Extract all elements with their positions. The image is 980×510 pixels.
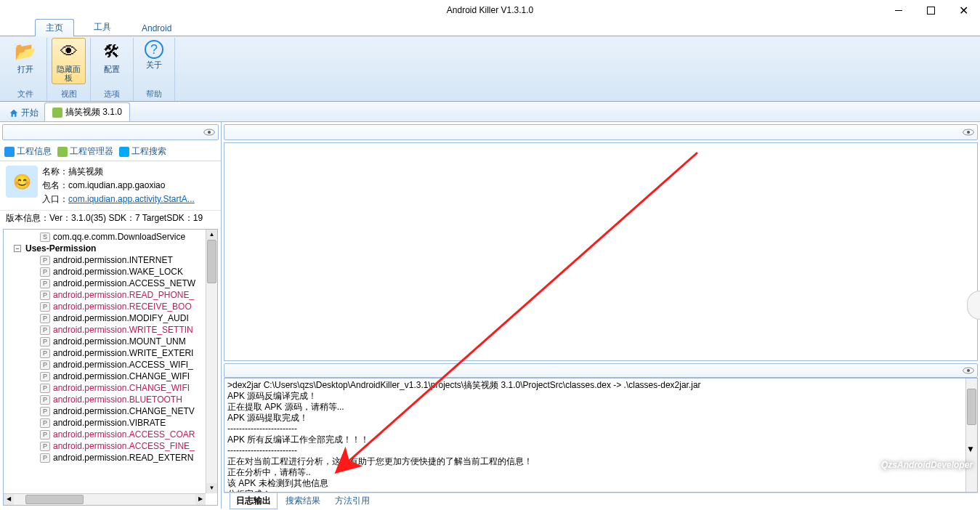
- ribbon-tab-android[interactable]: Android: [131, 20, 182, 36]
- config-button[interactable]: 🛠 配置: [95, 38, 129, 76]
- permission-text: android.permission.CHANGE_WIFI: [53, 383, 190, 393]
- eye-icon: 👁: [57, 40, 81, 63]
- permission-tree: Scom.qq.e.comm.DownloadService −Uses-Per…: [3, 229, 218, 506]
- visibility-icon[interactable]: [203, 129, 215, 136]
- tree-row-permission[interactable]: Pandroid.permission.ACCESS_FINE_: [4, 440, 206, 452]
- permission-text: android.permission.READ_PHONE_: [53, 290, 194, 300]
- svg-point-1: [208, 131, 211, 134]
- scroll-up-arrow-icon[interactable]: ▲: [206, 230, 217, 240]
- open-button[interactable]: 📂 打开: [9, 38, 42, 76]
- scroll-right-arrow-icon[interactable]: ▶: [195, 494, 206, 505]
- collapse-icon[interactable]: −: [14, 245, 21, 252]
- close-button[interactable]: ✕: [947, 0, 980, 20]
- watermark-text: QzsAndroidDeveloper: [881, 460, 973, 470]
- tree-row-permission[interactable]: Pandroid.permission.READ_EXTERN: [4, 452, 206, 464]
- permission-text: android.permission.ACCESS_WIFI_: [53, 360, 193, 370]
- project-tab[interactable]: 搞笑视频 3.1.0: [44, 102, 130, 121]
- tree-row-permission[interactable]: Pandroid.permission.WRITE_EXTERI: [4, 347, 206, 359]
- permission-badge-icon: P: [40, 360, 50, 370]
- ribbon-tab-home[interactable]: 主页: [35, 19, 74, 36]
- permission-badge-icon: P: [40, 418, 50, 428]
- log-tab-strip: 日志输出 搜索结果 方法引用: [224, 493, 978, 509]
- document-tab-strip: 开始 搞笑视频 3.1.0: [0, 102, 980, 122]
- tree-row-permission[interactable]: Pandroid.permission.VIBRATE: [4, 417, 206, 429]
- app-icon: 😊: [6, 166, 38, 198]
- tree-body: Scom.qq.e.comm.DownloadService −Uses-Per…: [4, 230, 206, 493]
- tree-row-permission[interactable]: Pandroid.permission.ACCESS_WIFI_: [4, 359, 206, 371]
- tree-row-permission[interactable]: Pandroid.permission.CHANGE_WIFI: [4, 382, 206, 394]
- left-subtabs: 工程信息 工程管理器 工程搜索: [0, 142, 221, 161]
- scroll-left-arrow-icon[interactable]: ◀: [4, 494, 14, 505]
- tree-row-permission[interactable]: Pandroid.permission.CHANGE_NETV: [4, 405, 206, 417]
- tab-project-info[interactable]: 工程信息: [4, 145, 52, 158]
- permission-badge-icon: P: [40, 267, 50, 277]
- hide-panel-button[interactable]: 👁 隐藏面 板: [52, 38, 86, 84]
- tree-row-service[interactable]: Scom.qq.e.comm.DownloadService: [4, 231, 206, 243]
- ribbon-tab-tools[interactable]: 工具: [83, 18, 122, 36]
- tree-row-permission[interactable]: Pandroid.permission.ACCESS_COAR: [4, 429, 206, 440]
- help-icon: ?: [145, 40, 163, 59]
- android-icon: [52, 108, 62, 118]
- watermark: QzsAndroidDeveloper: [843, 449, 973, 481]
- tree-row-permission[interactable]: Pandroid.permission.ACCESS_NETW: [4, 278, 206, 289]
- maximize-button[interactable]: [915, 0, 947, 20]
- tree-group-uses-permission[interactable]: −Uses-Permission: [4, 243, 206, 254]
- tree-row-permission[interactable]: Pandroid.permission.MODIFY_AUDI: [4, 312, 206, 324]
- permission-text: android.permission.MOUNT_UNM: [53, 336, 186, 347]
- tree-row-permission[interactable]: Pandroid.permission.WAKE_LOCK: [4, 266, 206, 278]
- permission-badge-icon: P: [40, 291, 50, 300]
- tree-row-permission[interactable]: Pandroid.permission.READ_PHONE_: [4, 289, 206, 301]
- minimize-button[interactable]: [882, 0, 915, 20]
- tab-search-results[interactable]: 搜索结果: [279, 493, 327, 509]
- project-entry-row[interactable]: 入口：com.iqudian.app.activity.StartA...: [42, 193, 215, 206]
- tab-project-search[interactable]: 工程搜索: [119, 145, 166, 158]
- permission-badge-icon: P: [40, 442, 50, 451]
- permission-badge-icon: P: [40, 337, 50, 347]
- tree-row-permission[interactable]: Pandroid.permission.BLUETOOTH: [4, 394, 206, 405]
- svg-point-5: [967, 369, 970, 372]
- project-version-row: 版本信息：Ver：3.1.0(35) SDK：7 TargetSDK：19: [0, 211, 221, 229]
- permission-text: android.permission.WRITE_EXTERI: [53, 348, 193, 358]
- permission-badge-icon: P: [40, 314, 50, 323]
- tab-method-refs[interactable]: 方法引用: [328, 493, 376, 509]
- home-tab[interactable]: 开始: [4, 105, 43, 121]
- tree-row-permission[interactable]: Pandroid.permission.CHANGE_WIFI: [4, 371, 206, 382]
- scroll-thumb[interactable]: [967, 389, 976, 425]
- permission-text: android.permission.VIBRATE: [53, 418, 166, 428]
- window-controls: ✕: [882, 0, 980, 20]
- svg-point-3: [967, 131, 970, 134]
- permission-text: android.permission.READ_EXTERN: [53, 453, 193, 463]
- tree-row-permission[interactable]: Pandroid.permission.WRITE_SETTIN: [4, 324, 206, 336]
- visibility-icon[interactable]: [963, 367, 974, 374]
- permission-badge-icon: P: [40, 453, 50, 463]
- tab-log-output[interactable]: 日志输出: [230, 493, 278, 509]
- ribbon-group-options: 🛠 配置 选项: [91, 38, 134, 101]
- left-panel: 工程信息 工程管理器 工程搜索 😊 名称：搞笑视频 包名：com.iqudian…: [0, 122, 222, 509]
- permission-text: android.permission.WRITE_SETTIN: [53, 325, 193, 335]
- tab-project-manager[interactable]: 工程管理器: [57, 145, 113, 158]
- project-meta: 名称：搞笑视频 包名：com.iqudian.app.gaoxiao 入口：co…: [42, 166, 215, 206]
- permission-badge-icon: P: [40, 372, 50, 381]
- permission-text: android.permission.ACCESS_COAR: [53, 429, 195, 440]
- permission-text: android.permission.CHANGE_NETV: [53, 406, 195, 416]
- window-title: Android Killer V1.3.1.0: [447, 5, 533, 15]
- tree-row-permission[interactable]: Pandroid.permission.INTERNET: [4, 254, 206, 266]
- scroll-thumb[interactable]: [207, 240, 216, 283]
- tree-vertical-scrollbar[interactable]: ▲ ▼: [206, 230, 217, 493]
- scroll-thumb[interactable]: [25, 495, 84, 504]
- permission-badge-icon: P: [40, 384, 50, 393]
- tree-row-permission[interactable]: Pandroid.permission.RECEIVE_BOO: [4, 301, 206, 312]
- project-name-row: 名称：搞笑视频: [42, 166, 215, 178]
- main-split: 工程信息 工程管理器 工程搜索 😊 名称：搞笑视频 包名：com.iqudian…: [0, 122, 980, 509]
- tree-row-permission[interactable]: Pandroid.permission.MOUNT_UNM: [4, 336, 206, 347]
- permission-badge-icon: P: [40, 395, 50, 405]
- folder-open-icon: 📂: [14, 40, 37, 63]
- about-button[interactable]: ? 关于: [138, 38, 170, 71]
- permission-text: android.permission.INTERNET: [53, 255, 173, 265]
- visibility-icon[interactable]: [963, 129, 974, 136]
- permission-text: android.permission.MODIFY_AUDI: [53, 313, 189, 323]
- bottom-panel: >dex2jar C:\Users\qzs\Desktop\AndroidKil…: [224, 363, 978, 509]
- left-search-input[interactable]: [6, 127, 203, 137]
- scroll-down-arrow-icon[interactable]: ▼: [206, 483, 217, 493]
- tree-horizontal-scrollbar[interactable]: ◀ ▶: [4, 493, 206, 505]
